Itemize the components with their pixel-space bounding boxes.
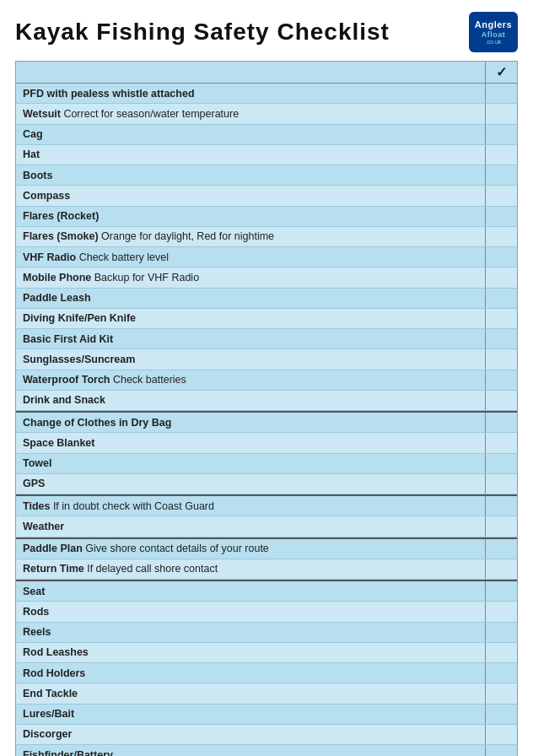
checklist-header-label (16, 62, 485, 83)
row-label: Drink and Snack (16, 391, 485, 410)
row-label: Flares (Smoke) Orange for daylight, Red … (16, 227, 485, 246)
row-checkbox[interactable] (485, 623, 517, 642)
row-checkbox[interactable] (485, 705, 517, 724)
table-row: Waterproof Torch Check batteries (16, 370, 517, 391)
table-row: Paddle Plan Give shore contact details o… (16, 537, 517, 559)
row-checkbox[interactable] (485, 496, 517, 516)
row-checkbox[interactable] (485, 309, 517, 328)
row-checkbox[interactable] (485, 267, 517, 287)
row-checkbox[interactable] (485, 391, 517, 410)
row-checkbox[interactable] (485, 516, 517, 536)
table-row: Space Blanket (16, 433, 517, 453)
section-fishing: SeatRodsReelsRod LeashesRod HoldersEnd T… (16, 580, 517, 756)
row-label: Basic First Aid Kit (16, 329, 485, 348)
table-row: Rod Holders (16, 663, 517, 683)
logo-afloat: Afloat (482, 30, 506, 39)
table-row: PFD with pealess whistle attached (16, 84, 517, 104)
row-label: Rods (16, 602, 485, 621)
row-label: Space Blanket (16, 433, 485, 452)
logo-couk: .co.uk (486, 39, 502, 45)
row-checkbox[interactable] (485, 539, 517, 559)
row-checkbox[interactable] (485, 247, 517, 267)
row-checkbox[interactable] (485, 683, 517, 703)
table-row: Compass (16, 186, 517, 206)
row-checkbox[interactable] (485, 329, 517, 348)
table-row: Paddle Leash (16, 289, 517, 309)
table-row: Lures/Bait (16, 705, 517, 725)
table-row: End Tackle (16, 683, 517, 704)
row-label: Rod Holders (16, 663, 485, 683)
table-row: Weather (16, 516, 517, 537)
page: Kayak Fishing Safety Checklist Anglers A… (0, 0, 533, 756)
table-row: Flares (Smoke) Orange for daylight, Red … (16, 227, 517, 247)
table-row: Drink and Snack (16, 391, 517, 411)
row-checkbox[interactable] (485, 186, 517, 205)
row-checkbox[interactable] (485, 289, 517, 308)
checklist-table: ✓ PFD with pealess whistle attachedWetsu… (15, 61, 518, 756)
row-label: Sunglasses/Suncream (16, 349, 485, 369)
row-label: Mobile Phone Backup for VHF Radio (16, 267, 485, 287)
row-label: Waterproof Torch Check batteries (16, 370, 485, 390)
row-checkbox[interactable] (485, 145, 517, 165)
row-label: Cag (16, 125, 485, 144)
checklist-header-row: ✓ (16, 62, 517, 84)
row-label: Flares (Rocket) (16, 207, 485, 226)
table-row: Seat (16, 580, 517, 602)
header: Kayak Fishing Safety Checklist Anglers A… (15, 12, 518, 52)
row-label: Rod Leashes (16, 643, 485, 662)
row-checkbox[interactable] (485, 104, 517, 123)
row-checkbox[interactable] (485, 725, 517, 744)
row-checkbox[interactable] (485, 454, 517, 473)
table-row: Towel (16, 454, 517, 474)
row-checkbox[interactable] (485, 602, 517, 621)
row-checkbox[interactable] (485, 413, 517, 432)
row-checkbox[interactable] (485, 125, 517, 144)
row-checkbox[interactable] (485, 227, 517, 246)
row-checkbox[interactable] (485, 474, 517, 494)
row-checkbox[interactable] (485, 745, 517, 756)
table-row: Change of Clothes in Dry Bag (16, 411, 517, 433)
row-checkbox[interactable] (485, 370, 517, 390)
row-label: Fishfinder/Battery (16, 745, 485, 756)
row-label: Hat (16, 145, 485, 165)
row-label: Seat (16, 581, 485, 601)
row-checkbox[interactable] (485, 643, 517, 662)
row-checkbox[interactable] (485, 559, 517, 579)
row-label: Discorger (16, 725, 485, 744)
row-label: Diving Knife/Pen Knife (16, 309, 485, 328)
row-checkbox[interactable] (485, 663, 517, 683)
section-planning: Paddle Plan Give shore contact details o… (16, 537, 517, 580)
table-row: Tides If in doubt check with Coast Guard (16, 494, 517, 516)
row-label: GPS (16, 474, 485, 494)
table-row: Mobile Phone Backup for VHF Radio (16, 267, 517, 288)
table-row: Boots (16, 165, 517, 186)
table-row: Rods (16, 602, 517, 622)
table-row: VHF Radio Check battery level (16, 247, 517, 267)
row-label: Lures/Bait (16, 705, 485, 724)
row-checkbox[interactable] (485, 433, 517, 452)
table-row: Basic First Aid Kit (16, 329, 517, 349)
row-label: Weather (16, 516, 485, 536)
row-label: End Tackle (16, 683, 485, 703)
row-label: Compass (16, 186, 485, 205)
row-checkbox[interactable] (485, 349, 517, 369)
section-preparation: Change of Clothes in Dry BagSpace Blanke… (16, 411, 517, 494)
table-row: Wetsuit Correct for season/water tempera… (16, 104, 517, 124)
row-checkbox[interactable] (485, 207, 517, 226)
section-conditions: Tides If in doubt check with Coast Guard… (16, 494, 517, 537)
row-label: Paddle Plan Give shore contact details o… (16, 539, 485, 559)
table-row: Hat (16, 145, 517, 165)
table-row: GPS (16, 474, 517, 494)
table-row: Reels (16, 623, 517, 643)
row-label: Change of Clothes in Dry Bag (16, 413, 485, 432)
table-row: Fishfinder/Battery (16, 745, 517, 756)
row-label: Boots (16, 165, 485, 185)
row-checkbox[interactable] (485, 581, 517, 601)
anglers-afloat-logo: Anglers Afloat .co.uk (469, 12, 518, 52)
row-checkbox[interactable] (485, 84, 517, 103)
row-label: Towel (16, 454, 485, 473)
row-checkbox[interactable] (485, 165, 517, 185)
table-row: Flares (Rocket) (16, 207, 517, 227)
table-row: Sunglasses/Suncream (16, 349, 517, 370)
row-label: Wetsuit Correct for season/water tempera… (16, 104, 485, 123)
